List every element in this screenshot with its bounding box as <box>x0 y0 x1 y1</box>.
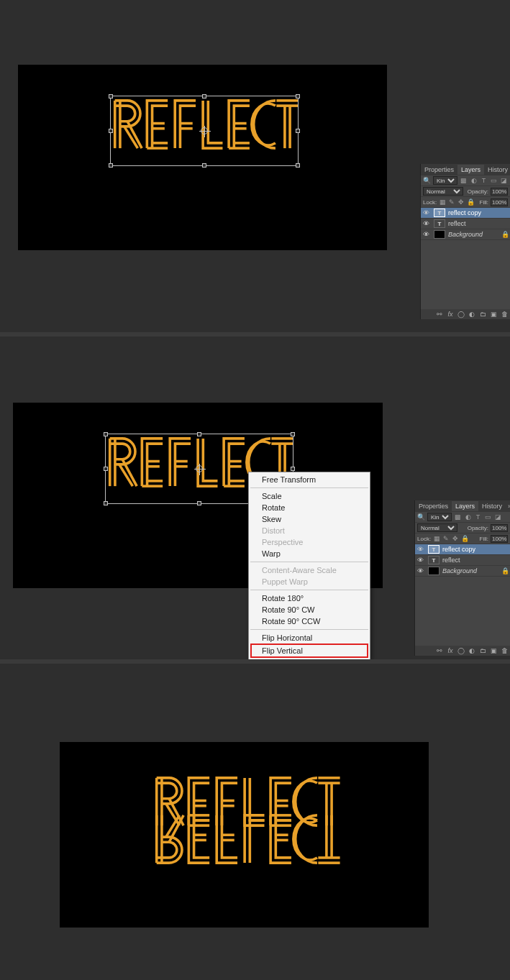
transform-handle[interactable] <box>197 432 201 436</box>
lock-transparent-icon[interactable]: ▦ <box>433 535 440 542</box>
filter-type-icon[interactable]: T <box>474 513 482 521</box>
fx-icon[interactable]: fx <box>447 311 454 318</box>
filter-shape-icon[interactable]: ▭ <box>484 513 492 521</box>
filter-type-icon[interactable]: T <box>480 177 488 185</box>
visibility-toggle-icon[interactable]: 👁 <box>421 220 431 227</box>
transform-handle[interactable] <box>104 432 108 436</box>
menu-item-flip-horizontal[interactable]: Flip Horizontal <box>249 632 370 644</box>
new-layer-icon[interactable]: ▣ <box>490 647 497 654</box>
layer-row-background[interactable]: 👁 Background 🔒 <box>415 566 510 577</box>
opacity-value[interactable]: 100% <box>491 188 508 196</box>
transform-handle[interactable] <box>291 467 295 471</box>
transform-handle[interactable] <box>296 94 300 99</box>
new-adjustment-icon[interactable]: ◐ <box>468 311 475 318</box>
add-mask-icon[interactable]: ◯ <box>457 647 465 654</box>
document-canvas[interactable] <box>60 742 429 928</box>
layer-name[interactable]: reflect copy <box>448 209 510 216</box>
link-layers-icon[interactable]: ⚯ <box>436 647 443 654</box>
layer-row-reflect-copy[interactable]: 👁 T reflect copy <box>421 208 510 219</box>
lock-all-icon[interactable]: 🔒 <box>467 198 474 206</box>
fill-value[interactable]: 100% <box>491 198 508 206</box>
filter-smart-icon[interactable]: ◪ <box>494 513 502 521</box>
transform-handle[interactable] <box>197 501 201 505</box>
menu-item-rotate-90-cw[interactable]: Rotate 90° CW <box>249 604 370 615</box>
layer-name[interactable]: reflect <box>448 220 510 227</box>
document-canvas[interactable] <box>18 65 387 250</box>
new-group-icon[interactable]: 🗀 <box>479 311 486 318</box>
text-layer-reflect-copy-flipped[interactable] <box>153 813 340 865</box>
menu-item-skew[interactable]: Skew <box>249 513 370 525</box>
lock-transparent-icon[interactable]: ▦ <box>439 198 446 206</box>
panel-menu-icon[interactable]: »≡ <box>506 503 510 510</box>
menu-item-rotate-90-ccw[interactable]: Rotate 90° CCW <box>249 615 370 627</box>
tab-properties[interactable]: Properties <box>415 501 452 511</box>
blend-mode-select[interactable]: Normal <box>423 187 463 196</box>
layer-row-reflect-copy[interactable]: 👁 T reflect copy <box>415 544 510 555</box>
fx-icon[interactable]: fx <box>447 647 454 654</box>
filter-adjust-icon[interactable]: ◐ <box>470 177 478 185</box>
filter-kind-select[interactable]: Kind <box>433 176 457 185</box>
transform-handle[interactable] <box>296 129 300 133</box>
filter-kind-select[interactable]: Kind <box>427 513 452 521</box>
layer-name[interactable]: Background <box>448 231 501 238</box>
new-adjustment-icon[interactable]: ◐ <box>468 647 475 654</box>
transform-bounding-box[interactable] <box>110 96 299 166</box>
opacity-value[interactable]: 100% <box>491 524 508 532</box>
filter-adjust-icon[interactable]: ◐ <box>464 513 472 521</box>
transform-handle[interactable] <box>109 129 113 133</box>
tab-history[interactable]: History <box>478 501 506 511</box>
layer-row-background[interactable]: 👁 Background 🔒 <box>421 229 510 240</box>
visibility-toggle-icon[interactable]: 👁 <box>421 209 431 216</box>
transform-handle[interactable] <box>104 467 108 471</box>
transform-handle[interactable] <box>109 163 113 168</box>
filter-pixel-icon[interactable]: ▩ <box>454 513 462 521</box>
menu-item-rotate[interactable]: Rotate <box>249 502 370 513</box>
visibility-toggle-icon[interactable]: 👁 <box>415 546 425 553</box>
new-layer-icon[interactable]: ▣ <box>490 311 497 318</box>
menu-item-scale[interactable]: Scale <box>249 490 370 502</box>
tab-layers[interactable]: Layers <box>457 165 484 175</box>
layer-name[interactable]: Background <box>442 567 501 574</box>
menu-item-flip-vertical[interactable]: Flip Vertical <box>250 644 368 658</box>
visibility-toggle-icon[interactable]: 👁 <box>415 557 425 564</box>
add-mask-icon[interactable]: ◯ <box>457 311 465 318</box>
new-group-icon[interactable]: 🗀 <box>479 647 486 654</box>
link-layers-icon[interactable]: ⚯ <box>436 311 443 318</box>
tab-history[interactable]: History <box>484 165 510 175</box>
lock-position-icon[interactable]: ✥ <box>457 198 465 206</box>
transform-handle[interactable] <box>291 432 295 436</box>
layer-name[interactable]: reflect copy <box>442 546 510 553</box>
layer-row-reflect[interactable]: 👁 T reflect <box>421 219 510 229</box>
visibility-toggle-icon[interactable]: 👁 <box>415 567 425 574</box>
delete-layer-icon[interactable]: 🗑 <box>501 647 508 654</box>
menu-item-warp[interactable]: Warp <box>249 548 370 559</box>
menu-item-rotate-180[interactable]: Rotate 180° <box>249 592 370 604</box>
lock-label: Lock: <box>423 199 437 206</box>
lock-icon[interactable]: 🔒 <box>501 567 510 574</box>
transform-handle[interactable] <box>109 94 113 99</box>
tab-properties[interactable]: Properties <box>421 165 457 175</box>
menu-item-free-transform[interactable]: Free Transform <box>249 474 370 485</box>
transform-pivot-icon[interactable] <box>201 127 208 134</box>
lock-position-icon[interactable]: ✥ <box>452 535 459 542</box>
lock-image-icon[interactable]: ✎ <box>442 535 450 542</box>
lock-icon[interactable]: 🔒 <box>501 231 510 238</box>
delete-layer-icon[interactable]: 🗑 <box>501 311 508 318</box>
tab-layers[interactable]: Layers <box>452 501 478 511</box>
layer-row-reflect[interactable]: 👁 T reflect <box>415 555 510 566</box>
transform-handle[interactable] <box>104 501 108 505</box>
fill-label: Fill: <box>480 199 488 206</box>
filter-shape-icon[interactable]: ▭ <box>490 177 498 185</box>
lock-image-icon[interactable]: ✎ <box>448 198 455 206</box>
fill-value[interactable]: 100% <box>491 535 508 543</box>
visibility-toggle-icon[interactable]: 👁 <box>421 231 431 238</box>
filter-smart-icon[interactable]: ◪ <box>500 177 508 185</box>
blend-mode-select[interactable]: Normal <box>417 523 457 532</box>
lock-all-icon[interactable]: 🔒 <box>461 535 468 542</box>
transform-handle[interactable] <box>296 163 300 168</box>
layer-name[interactable]: reflect <box>442 557 510 564</box>
filter-pixel-icon[interactable]: ▩ <box>460 177 468 185</box>
transform-pivot-icon[interactable] <box>196 465 203 472</box>
transform-handle[interactable] <box>202 163 206 168</box>
transform-handle[interactable] <box>202 94 206 99</box>
